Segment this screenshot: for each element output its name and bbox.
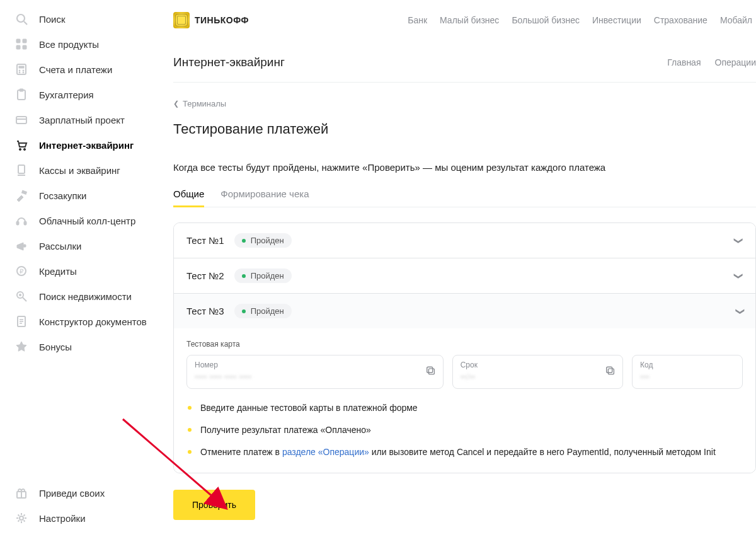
sidebar-item-star[interactable]: Бонусы [0,334,173,359]
brand-logo[interactable]: ТИНЬКОФФ [173,12,249,28]
status-badge: Пройден [234,233,292,248]
test-row: Тест №2Пройден❯ [174,258,755,293]
top-nav: БанкМалый бизнесБольшой бизнесИнвестиции… [408,15,756,25]
sidebar-item-doc[interactable]: Конструктор документов [0,309,173,334]
breadcrumb[interactable]: ❮ Терминалы [173,99,756,108]
sidebar-item-calc[interactable]: Счета и платежи [0,57,173,82]
top-nav-link[interactable]: Мобайл [720,15,752,25]
sidebar-item-label: Поиск [39,14,66,25]
top-nav-link[interactable]: Большой бизнес [512,15,580,25]
copy-icon[interactable] [605,366,616,379]
cart-icon [15,139,28,151]
test-name: Тест №2 [186,270,224,281]
top-nav-link[interactable]: Малый бизнес [440,15,499,25]
top-nav-link[interactable]: Инвестиции [592,15,641,25]
card-expiry-field[interactable]: Срок••/•• [452,355,623,389]
chevron-up-icon: ❮ [734,308,744,315]
doc-icon [15,315,28,328]
section-tab[interactable]: Операции [715,57,757,67]
content-tabs: ОбщиеФормирование чека [173,188,756,207]
sidebar: ПоискВсе продуктыСчета и платежиБухгалте… [0,0,173,537]
topbar: ТИНЬКОФФ БанкМалый бизнесБольшой бизнесИ… [173,0,756,40]
sidebar-item-label: Рассылки [39,241,81,251]
sidebar-item-card[interactable]: Зарплатный проект [0,107,173,132]
tests-accordion: Тест №1Пройден❯Тест №2Пройден❯Тест №3Про… [173,222,756,473]
section-header: Интернет-эквайринг ГлавнаяОперации [173,40,756,83]
tab-inactive[interactable]: Формирование чека [220,188,309,207]
test-header[interactable]: Тест №2Пройден❯ [174,258,755,293]
sidebar-item-label: Настройки [39,513,86,524]
logo-emblem-icon [173,12,190,28]
sidebar-item-coin[interactable]: Кредиты [0,258,173,284]
sidebar-item-label: Бонусы [39,342,72,352]
brand-name: ТИНЬКОФФ [195,15,249,25]
top-nav-link[interactable]: Банк [408,15,427,25]
star-icon [15,340,28,353]
tab-active[interactable]: Общие [173,188,204,207]
chevron-left-icon: ❮ [173,100,179,108]
status-dot-icon [242,239,246,243]
sidebar-item-pos[interactable]: Кассы и эквайринг [0,158,173,183]
test-name: Тест №1 [186,235,224,246]
grid-icon [15,38,28,50]
clipboard-icon [15,88,28,101]
chevron-down-icon: ❯ [734,237,744,245]
verify-button[interactable]: Проверить [173,490,255,520]
sidebar-item-label: Зарплатный проект [39,115,125,125]
test-header[interactable]: Тест №3Пройден❮ [174,294,755,328]
sidebar-item-megaphone[interactable]: Рассылки [0,233,173,258]
card-cvc-field[interactable]: Код••• [632,355,743,389]
sidebar-item-cart[interactable]: Интернет-эквайринг [0,132,173,158]
sidebar-item-clipboard[interactable]: Бухгалтерия [0,82,173,107]
test-row: Тест №1Пройден❯ [174,223,755,258]
sidebar-item-label: Бухгалтерия [39,90,94,100]
sidebar-item-gift[interactable]: Приведи своих [0,480,173,505]
operations-link[interactable]: разделе «Операции» [282,447,369,457]
status-dot-icon [242,274,246,278]
test-card-label: Тестовая карта [186,340,743,349]
section-title: Интернет-эквайринг [173,55,285,69]
search-key-icon [15,290,28,303]
instruction-step: Получите результат платежа «Оплачено» [186,424,743,437]
sidebar-item-label: Кредиты [39,266,77,277]
top-nav-link[interactable]: Страхование [654,15,707,25]
sidebar-item-label: Счета и платежи [39,64,112,75]
sidebar-item-label: Конструктор документов [39,316,147,327]
instruction-step: Отмените платеж в разделе «Операции» или… [186,446,743,459]
test-row: Тест №3Пройден❮Тестовая картаНомер•••• •… [174,293,755,473]
page-title: Тестирование платежей [173,121,756,137]
sidebar-item-label: Госзакупки [39,190,86,201]
main-content: ТИНЬКОФФ БанкМалый бизнесБольшой бизнесИ… [173,0,756,537]
sidebar-item-label: Кассы и эквайринг [39,165,120,176]
sidebar-item-hammer[interactable]: Госзакупки [0,183,173,208]
breadcrumb-label: Терминалы [183,99,226,108]
gear-icon [15,512,28,524]
test-body: Тестовая картаНомер•••• •••• •••• ••••Ср… [174,328,755,473]
chevron-down-icon: ❯ [734,272,744,280]
sidebar-item-label: Поиск недвижимости [39,291,132,302]
status-dot-icon [242,309,246,313]
instruction-step: Введите данные тестовой карты в платежно… [186,401,743,415]
sidebar-item-label: Все продукты [39,39,99,50]
instruction-list: Введите данные тестовой карты в платежно… [186,401,743,459]
card-number-field[interactable]: Номер•••• •••• •••• •••• [186,355,444,389]
headset-icon [15,214,28,227]
sidebar-item-label: Облачный колл-центр [39,216,135,226]
hammer-icon [15,189,28,202]
copy-icon[interactable] [425,366,437,379]
sidebar-item-search[interactable]: Поиск [0,6,173,32]
sidebar-item-headset[interactable]: Облачный колл-центр [0,208,173,233]
search-icon [15,13,28,25]
megaphone-icon [15,240,28,252]
sidebar-item-label: Интернет-эквайринг [39,140,134,151]
status-badge: Пройден [234,304,292,318]
coin-icon [15,265,28,277]
section-tab[interactable]: Главная [667,57,701,67]
sidebar-item-gear[interactable]: Настройки [0,505,173,531]
pos-icon [15,164,28,176]
test-header[interactable]: Тест №1Пройден❯ [174,223,755,258]
calc-icon [15,63,28,76]
sidebar-item-search-key[interactable]: Поиск недвижимости [0,284,173,309]
status-badge: Пройден [234,268,292,283]
sidebar-item-grid[interactable]: Все продукты [0,32,173,57]
